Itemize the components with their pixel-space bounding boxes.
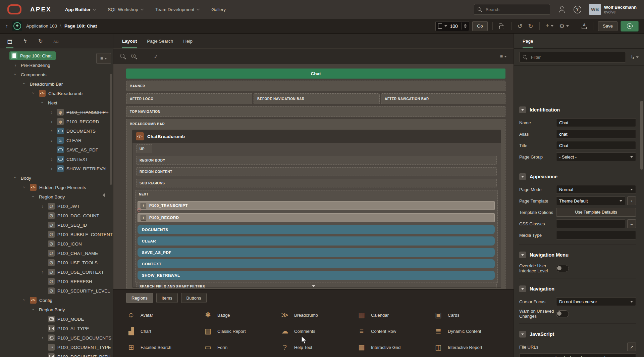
gallery-tile[interactable]: ☺ Avatar [126,311,203,319]
canvas-tab[interactable]: Layout [122,34,137,48]
tab-shared-components[interactable] [48,34,64,48]
tree-node[interactable]: P100_MODE [0,314,113,324]
gallery-tile[interactable]: ≫ Breadcrumb [280,311,357,319]
page-number[interactable]: 100 [449,24,458,29]
tree-expand-chevron[interactable] [49,119,55,124]
tree-node[interactable]: Region Body [0,192,113,202]
warn-unsaved-toggle[interactable] [556,310,569,317]
layout-button[interactable]: CLEAR [138,236,495,246]
expand-icon[interactable]: ↕ [153,53,159,59]
gallery-tile[interactable]: ≡ Content Row [357,327,433,335]
tree-node[interactable]: SHOW_RETRIEVAL [0,164,113,173]
page-title-bar[interactable]: Chat [126,69,505,79]
nav-item[interactable]: Gallery [211,7,226,12]
tree-node[interactable]: Region Body [0,305,113,314]
collapse-section-icon[interactable] [519,252,526,258]
gallery-tile[interactable]: ? Help Text [280,343,357,351]
collapse-section-icon[interactable] [519,173,526,180]
tree-node[interactable]: Body [0,173,113,183]
collapse-section-icon[interactable] [519,331,526,338]
tree-expand-chevron[interactable] [31,194,37,199]
slot-search-field[interactable]: SEARCH FIELD AND SMART FILTERS [136,282,497,288]
tree-expand-chevron[interactable] [21,185,28,190]
tab-processing[interactable] [33,34,48,48]
tree-node[interactable]: P100_BUBBLE_CONTENT [0,230,113,239]
tree-node[interactable]: P100_USE_DOCUMENTS [0,333,113,343]
layout-page-item[interactable]: I P100_RECORD [138,213,495,222]
nav-item[interactable]: Team Development [155,7,199,12]
tree-menu-button[interactable]: ≡ [96,53,111,64]
tree-node[interactable]: Components [0,70,113,79]
create-menu-button[interactable]: + [544,23,555,30]
tree-expand-chevron[interactable] [40,100,46,105]
canvas-menu-button[interactable]: ≡ [500,54,507,59]
filter-input[interactable] [530,54,599,60]
redo-icon[interactable]: ↻ [527,23,535,30]
region-header[interactable]: ChatBreadcrumb [132,130,501,143]
page-group-select[interactable]: - Select - [556,152,636,161]
tree-node[interactable]: P100_AI_TYPE [0,324,113,333]
gallery-tile[interactable]: ⊞ Faceted Search [126,343,203,351]
slot-sub-regions[interactable]: SUB REGIONS [136,179,497,187]
gallery-tile[interactable]: ◫ Interactive Report [433,343,510,351]
tree-node[interactable]: P100_RECORD [0,117,113,126]
media-type-field[interactable] [556,231,636,239]
run-button[interactable]: ▶ [621,21,639,32]
gallery-tile[interactable]: ▭ Form [203,343,280,351]
property-scrollbar[interactable] [640,101,643,170]
tree-node[interactable]: P100_REFRESH [0,277,113,286]
tree-node[interactable]: P100_DOC_COUNT [0,211,113,220]
collapse-canvas-icon[interactable] [312,285,316,289]
gallery-tab[interactable]: Buttons [181,293,207,303]
gallery-tile[interactable]: ▟ Chart [126,327,203,335]
layout-button[interactable]: SAVE_AS_PDF [138,248,495,257]
gallery-tile[interactable]: ▦ Interactive Grid [357,343,433,351]
nav-item[interactable]: App Builder [65,7,96,12]
zoom-in-icon[interactable] [131,54,137,59]
collapse-section-icon[interactable] [519,106,526,113]
slot-region-content[interactable]: REGION CONTENT [136,167,497,176]
gallery-tile[interactable]: ▣ Cards [433,311,510,319]
tree-node[interactable]: P100_USE_CONTEXT [0,267,113,277]
tree-node[interactable]: Hidden-Page-Elements [0,183,113,192]
tree-node[interactable]: DOCUMENTS [0,126,113,136]
layout-page-item[interactable]: I P100_TRANSCRIPT [138,201,495,210]
slot-top-navigation[interactable]: TOP NAVIGATION [126,106,505,117]
tree-node[interactable]: CLEAR [0,136,113,145]
layout-button[interactable]: CONTEXT [138,259,495,268]
go-to-group-button[interactable]: ↳ [631,54,639,60]
title-field[interactable]: Chat [556,141,636,150]
tree-node[interactable]: P100_DOCUMENT_PATH [0,352,113,357]
canvas-tab[interactable]: Help [183,34,193,48]
slot-up[interactable]: UP [136,144,152,153]
page-mode-select[interactable]: Normal [556,185,636,194]
gallery-tile[interactable]: ▤ Classic Report [203,327,280,335]
page-finder-icon[interactable] [438,24,442,29]
slot-banner[interactable]: BANNER [126,81,505,91]
use-template-defaults-button[interactable]: Use Template Defaults [556,208,636,217]
tree-node[interactable]: P100_CHAT_NAME [0,249,113,258]
gallery-tile[interactable]: ✱ Badge [203,311,280,319]
tree-expand-chevron[interactable] [49,166,55,171]
tree-node[interactable]: SAVE_AS_PDF [0,145,113,154]
user-menu[interactable]: WB Wolf Beckmann evolve [589,4,637,15]
layout-button[interactable]: DOCUMENTS [138,225,495,234]
alias-field[interactable]: chat [556,130,636,138]
tree-expand-chevron[interactable] [31,91,37,96]
tree-node[interactable]: P100_DOCUMENT_TYPE [0,343,113,352]
page-template-select[interactable]: Theme Default [556,196,625,205]
page-number-stepper[interactable] [461,23,467,30]
zoom-out-icon[interactable] [120,54,126,59]
gallery-tab[interactable]: Regions [126,293,153,303]
slot-after-navigation-bar[interactable]: AFTER NAVIGATION BAR [381,93,505,104]
gallery-tile[interactable]: ▦ Calendar [357,311,433,319]
gallery-tile[interactable]: ≣ Dynamic Content [433,327,510,335]
slot-next[interactable]: NEXT I P100_TRANSCRIPT [135,190,498,283]
tree-expand-chevron[interactable] [49,109,55,115]
tree-node[interactable]: Breadcrumb Bar [0,79,113,89]
tree-scrollbar[interactable] [110,74,112,185]
css-classes-field[interactable] [556,219,625,228]
tree-expand-chevron[interactable] [40,335,46,341]
tree-expand-chevron[interactable] [12,72,18,77]
property-filter[interactable] [519,52,626,62]
